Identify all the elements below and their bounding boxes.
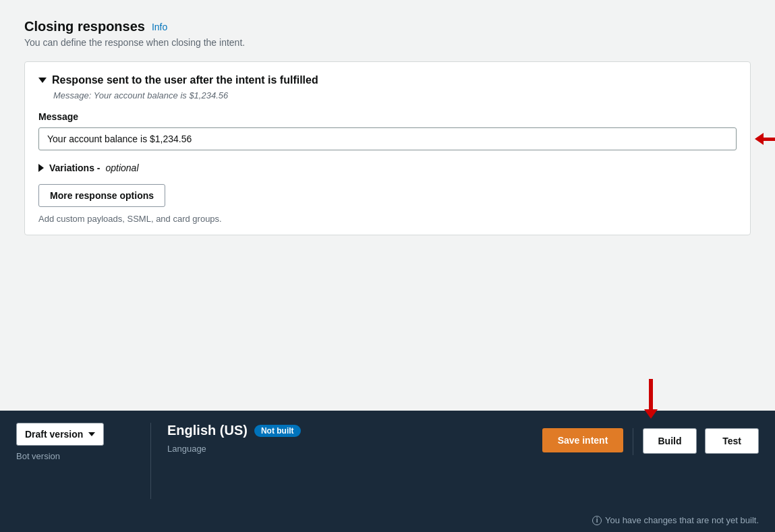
bottom-bar-footer: i You have changes that are not yet buil…	[0, 511, 775, 532]
vertical-divider	[633, 428, 633, 455]
changes-notice-text: You have changes that are not yet built.	[605, 515, 759, 525]
bottom-bar: Draft version Bot version English (US) N…	[0, 411, 775, 532]
variations-optional: optional	[105, 162, 138, 173]
draft-version-button[interactable]: Draft version	[16, 423, 104, 446]
horizontal-arrow-indicator	[755, 133, 775, 145]
collapse-triangle-icon	[38, 78, 47, 83]
draft-chevron-icon	[88, 432, 95, 436]
collapsible-title: Response sent to the user after the inte…	[52, 74, 318, 86]
language-name: English (US)	[167, 423, 248, 438]
draft-version-label: Draft version	[25, 429, 83, 440]
bot-version-section: Draft version Bot version	[16, 423, 151, 499]
test-button[interactable]: Test	[705, 428, 759, 454]
collapsible-subtitle: Message: Your account balance is $1,234.…	[53, 90, 737, 100]
red-down-arrow-indicator	[644, 379, 658, 419]
section-title: Closing responses	[24, 19, 145, 34]
variations-text: Variations -	[49, 162, 100, 173]
changes-notice: i You have changes that are not yet buil…	[16, 515, 759, 525]
collapsible-header[interactable]: Response sent to the user after the inte…	[38, 74, 737, 86]
red-arrow-down	[644, 379, 658, 419]
main-content: Closing responses Info You can define th…	[0, 0, 775, 411]
arrow-body-icon	[764, 138, 775, 141]
message-input[interactable]	[38, 127, 737, 150]
arrow-head-icon	[755, 133, 764, 145]
language-label: Language	[167, 444, 302, 454]
bottom-bar-main: Draft version Bot version English (US) N…	[0, 411, 775, 511]
arrow-body-vertical	[649, 379, 653, 409]
more-response-options-button[interactable]: More response options	[38, 184, 165, 207]
info-link[interactable]: Info	[152, 22, 167, 32]
message-label: Message	[38, 111, 737, 122]
save-intent-button[interactable]: Save intent	[542, 428, 623, 452]
section-subtitle: You can define the response when closing…	[24, 37, 751, 48]
bot-version-label: Bot version	[16, 451, 134, 461]
build-button[interactable]: Build	[643, 428, 697, 454]
variations-triangle-icon	[38, 164, 44, 172]
actions-section: Save intent Build Test	[542, 423, 759, 499]
message-row-wrapper	[38, 127, 737, 150]
closing-responses-card: Response sent to the user after the inte…	[24, 61, 751, 235]
not-built-badge: Not built	[254, 425, 301, 437]
variations-row[interactable]: Variations - optional	[38, 162, 737, 173]
options-hint: Add custom payloads, SSML, and card grou…	[38, 214, 737, 224]
section-header: Closing responses Info	[24, 19, 751, 34]
info-circle-icon: i	[592, 516, 602, 525]
language-header: English (US) Not built	[167, 423, 302, 438]
language-section: English (US) Not built Language	[167, 423, 302, 499]
arrow-head-down-icon	[644, 409, 658, 419]
